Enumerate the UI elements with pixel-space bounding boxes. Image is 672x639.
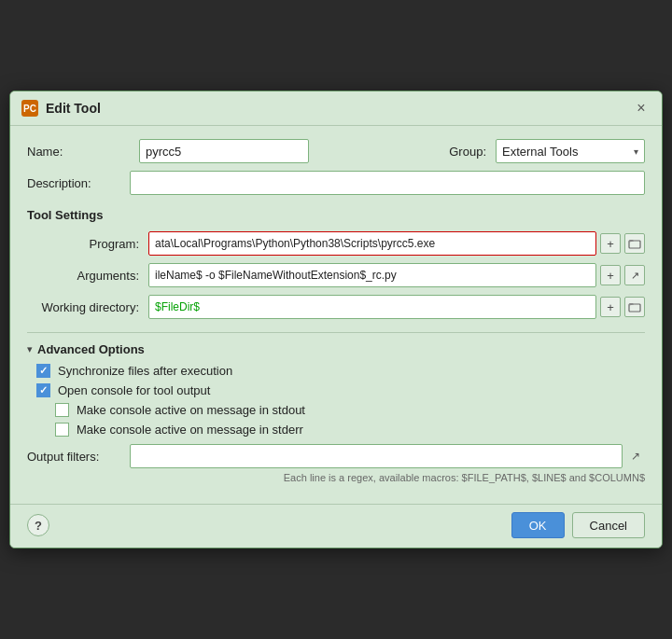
console-stderr-checkbox[interactable] [55, 423, 69, 437]
sync-files-row: Synchronize files after execution [27, 364, 645, 378]
folder-icon [628, 237, 641, 250]
output-filters-input[interactable] [130, 444, 623, 468]
working-directory-row: Working directory: + [27, 295, 645, 319]
console-stdout-label: Make console active on message in stdout [77, 403, 305, 417]
edit-tool-dialog: PC Edit Tool × Name: Group: External Too… [9, 90, 663, 549]
description-row: Description: [27, 171, 645, 195]
output-filters-expand-icon[interactable]: ↗ [626, 447, 645, 465]
close-button[interactable]: × [632, 99, 651, 118]
name-input[interactable] [139, 139, 309, 163]
folder-icon-2 [628, 300, 641, 313]
open-console-row: Open console for tool output [27, 383, 645, 397]
name-group-row: Name: Group: External Tools ▾ [27, 139, 645, 163]
sync-files-checkbox[interactable] [36, 364, 50, 378]
console-stdout-row: Make console active on message in stdout [27, 403, 645, 417]
name-label: Name: [27, 145, 130, 159]
svg-rect-0 [629, 241, 640, 248]
group-select[interactable]: External Tools ▾ [496, 139, 645, 163]
program-add-button[interactable]: + [600, 233, 621, 254]
section-divider [27, 332, 645, 333]
open-console-checkbox[interactable] [36, 383, 50, 397]
help-button[interactable]: ? [27, 514, 49, 536]
hint-text: Each line is a regex, available macros: … [27, 472, 645, 483]
advanced-options-section: ▾ Advanced Options Synchronize files aft… [27, 342, 645, 483]
arguments-row: Arguments: + ↗ [27, 263, 645, 287]
tool-settings-section: Tool Settings Program: + Argum [27, 208, 645, 319]
working-directory-input[interactable] [148, 295, 596, 319]
output-filters-label: Output filters: [27, 450, 130, 464]
title-bar: PC Edit Tool × [10, 91, 662, 126]
dialog-content: Name: Group: External Tools ▾ Descriptio… [10, 126, 662, 504]
program-label: Program: [27, 237, 148, 251]
toggle-arrow-icon: ▾ [27, 343, 33, 355]
arguments-label: Arguments: [27, 269, 148, 283]
program-input[interactable] [148, 231, 596, 256]
program-row: Program: + [27, 231, 645, 256]
advanced-options-toggle[interactable]: ▾ Advanced Options [27, 342, 645, 356]
console-stderr-label: Make console active on message in stderr [77, 423, 303, 437]
svg-rect-1 [629, 304, 640, 312]
ok-button[interactable]: OK [511, 512, 565, 538]
dialog-title: Edit Tool [46, 101, 101, 116]
sync-files-label: Synchronize files after execution [58, 364, 232, 378]
working-dir-folder-button[interactable] [624, 297, 645, 317]
description-label: Description: [27, 176, 130, 190]
advanced-options-title: Advanced Options [37, 342, 145, 356]
dialog-footer: ? OK Cancel [10, 504, 662, 548]
cancel-button[interactable]: Cancel [572, 512, 645, 538]
app-icon: PC [21, 100, 38, 117]
program-folder-button[interactable] [624, 233, 645, 254]
output-filters-row: Output filters: ↗ [27, 444, 645, 468]
arguments-add-button[interactable]: + [600, 265, 621, 285]
arguments-input[interactable] [148, 263, 596, 287]
description-input[interactable] [130, 171, 645, 195]
working-dir-add-button[interactable]: + [600, 297, 621, 317]
arguments-expand-button[interactable]: ↗ [624, 265, 645, 285]
tool-settings-title: Tool Settings [27, 208, 645, 222]
console-stdout-checkbox[interactable] [55, 403, 69, 417]
working-directory-label: Working directory: [27, 300, 148, 314]
chevron-down-icon: ▾ [634, 146, 638, 157]
group-select-text: External Tools [502, 145, 628, 159]
group-label: Group: [449, 145, 486, 159]
open-console-label: Open console for tool output [58, 383, 210, 397]
console-stderr-row: Make console active on message in stderr [27, 423, 645, 437]
